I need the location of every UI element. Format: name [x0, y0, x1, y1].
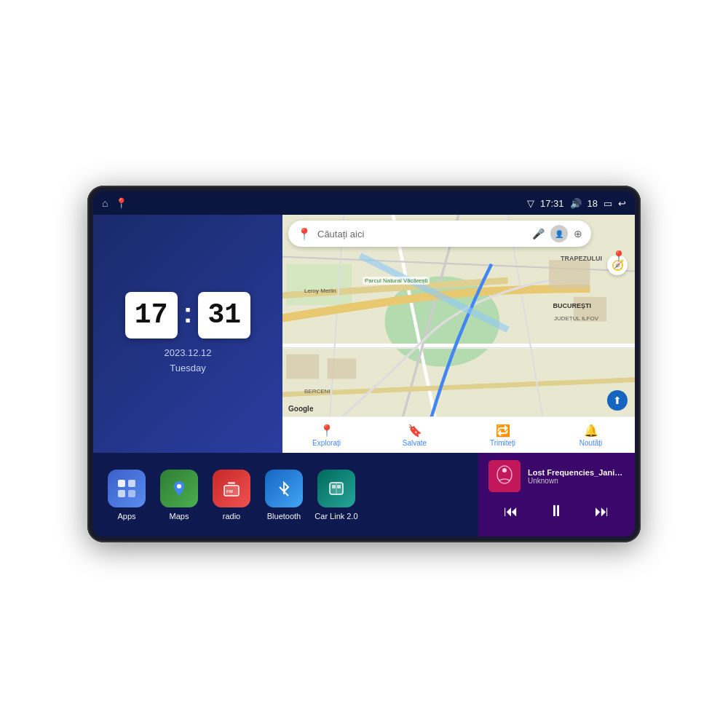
maps-status-icon[interactable]: 📍	[115, 197, 127, 209]
bottom-row: Apps Maps	[93, 453, 635, 537]
map-nav-news[interactable]: 🔔 Noutăți	[547, 424, 635, 447]
music-artist: Unknown	[528, 477, 625, 485]
send-icon: 🔁	[496, 424, 510, 438]
map-bottom-nav: 📍 Explorați 🔖 Salvate 🔁 Trimiteți �	[282, 416, 635, 453]
app-item-apps[interactable]: Apps	[105, 470, 149, 521]
news-label: Noutăți	[579, 439, 603, 447]
layers-icon[interactable]: ⊕	[574, 228, 582, 240]
bluetooth-icon[interactable]	[265, 470, 303, 507]
maps-icon[interactable]	[160, 470, 198, 507]
signal-icon: ▽	[527, 198, 534, 209]
map-nav-explore[interactable]: 📍 Explorați	[282, 424, 371, 447]
map-label-vacaresti: Parcul Natural Văcărești	[363, 277, 430, 285]
svg-rect-17	[128, 480, 135, 487]
clock-panel: 17 : 31 2023.12.12 Tuesday	[93, 215, 282, 453]
map-label-leroy: Leroy Merlin	[304, 288, 336, 294]
app-item-carlink[interactable]: Car Link 2.0	[314, 470, 358, 521]
date-text: 2023.12.12	[164, 347, 211, 358]
status-left-icons: ⌂ 📍	[102, 197, 127, 209]
bluetooth-label: Bluetooth	[267, 512, 301, 521]
main-content: 17 : 31 2023.12.12 Tuesday 📍 Căutați aic…	[93, 215, 635, 537]
location-red-pin: 📍	[612, 250, 626, 264]
saved-icon: 🔖	[408, 424, 422, 438]
saved-label: Salvate	[403, 439, 427, 447]
map-search-bar[interactable]: 📍 Căutați aici 🎤 👤 ⊕	[288, 221, 591, 247]
map-nav-saved[interactable]: 🔖 Salvate	[371, 424, 459, 447]
status-right-info: ▽ 17:31 🔊 18 ▭ ↩	[527, 198, 626, 209]
map-label-trapezului: TRAPEZULUI	[561, 255, 602, 262]
back-icon[interactable]: ↩	[618, 198, 626, 209]
svg-rect-12	[286, 355, 319, 379]
mic-icon[interactable]: 🎤	[532, 228, 545, 240]
clock-colon: :	[183, 298, 193, 329]
music-panel: Lost Frequencies_Janieck Devy-... Unknow…	[478, 453, 635, 537]
svg-rect-19	[128, 490, 135, 497]
map-search-placeholder[interactable]: Căutați aici	[317, 229, 526, 240]
maps-label: Maps	[170, 512, 189, 521]
music-controls: ⏮ ⏸ ⏭	[488, 498, 625, 524]
screen: ⌂ 📍 ▽ 17:31 🔊 18 ▭ ↩ 17 :	[93, 191, 635, 537]
explore-icon: 📍	[320, 424, 334, 438]
svg-rect-24	[228, 482, 235, 484]
map-nav-send[interactable]: 🔁 Trimiteți	[459, 424, 547, 447]
clock-date: 2023.12.12 Tuesday	[164, 346, 211, 376]
app-item-bluetooth[interactable]: Bluetooth	[262, 470, 306, 521]
svg-rect-14	[549, 260, 590, 288]
svg-rect-2	[286, 264, 352, 305]
radio-label: radio	[223, 512, 240, 521]
svg-text:FM: FM	[226, 489, 233, 494]
map-label-bucuresti: BUCUREȘTI	[553, 302, 591, 309]
map-pin-icon: 📍	[297, 227, 312, 241]
prev-button[interactable]: ⏮	[498, 498, 524, 524]
map-panel[interactable]: 📍 Căutați aici 🎤 👤 ⊕	[282, 215, 635, 453]
radio-icon[interactable]: FM	[213, 470, 250, 507]
home-icon[interactable]: ⌂	[102, 197, 108, 209]
music-thumbnail	[488, 460, 521, 492]
news-icon: 🔔	[584, 424, 598, 438]
svg-rect-29	[332, 485, 336, 488]
apps-icon[interactable]	[108, 470, 146, 507]
svg-point-20	[177, 484, 181, 488]
next-button[interactable]: ⏭	[589, 498, 615, 524]
svg-rect-31	[488, 460, 521, 492]
svg-point-33	[502, 468, 507, 472]
time-display: 17:31	[540, 198, 564, 209]
user-avatar[interactable]: 👤	[550, 225, 568, 242]
music-title: Lost Frequencies_Janieck Devy-...	[528, 468, 625, 477]
app-icons-area: Apps Maps	[93, 453, 478, 537]
svg-rect-13	[328, 358, 356, 379]
map-label-ilfov: JUDEȚUL ILFOV	[554, 315, 598, 322]
app-item-maps[interactable]: Maps	[157, 470, 201, 521]
status-bar: ⌂ 📍 ▽ 17:31 🔊 18 ▭ ↩	[93, 191, 635, 215]
app-item-radio[interactable]: FM radio	[210, 470, 253, 521]
play-pause-button[interactable]: ⏸	[543, 498, 569, 524]
battery-icon: ▭	[604, 198, 612, 209]
navigation-button[interactable]: ⬆	[607, 390, 628, 411]
explore-label: Explorați	[312, 439, 341, 447]
carlink-label: Car Link 2.0	[314, 512, 357, 521]
clock-minute: 31	[198, 292, 250, 339]
day-text: Tuesday	[170, 363, 205, 373]
clock-hour: 17	[125, 292, 178, 339]
clock-display: 17 : 31	[125, 292, 251, 339]
map-label-berceni: BERCENI	[304, 388, 331, 395]
car-head-unit: ⌂ 📍 ▽ 17:31 🔊 18 ▭ ↩ 17 :	[87, 186, 641, 542]
send-label: Trimiteți	[490, 439, 515, 447]
svg-rect-16	[118, 480, 125, 487]
google-logo: Google	[288, 405, 313, 413]
top-row: 17 : 31 2023.12.12 Tuesday 📍 Căutați aic…	[93, 215, 635, 453]
svg-rect-30	[337, 485, 341, 488]
apps-label: Apps	[117, 512, 135, 521]
svg-rect-18	[118, 490, 125, 497]
carlink-icon[interactable]	[317, 470, 355, 507]
volume-icon: 🔊	[570, 198, 582, 209]
music-info-row: Lost Frequencies_Janieck Devy-... Unknow…	[488, 460, 625, 492]
volume-level: 18	[587, 198, 598, 209]
music-text: Lost Frequencies_Janieck Devy-... Unknow…	[528, 468, 625, 485]
